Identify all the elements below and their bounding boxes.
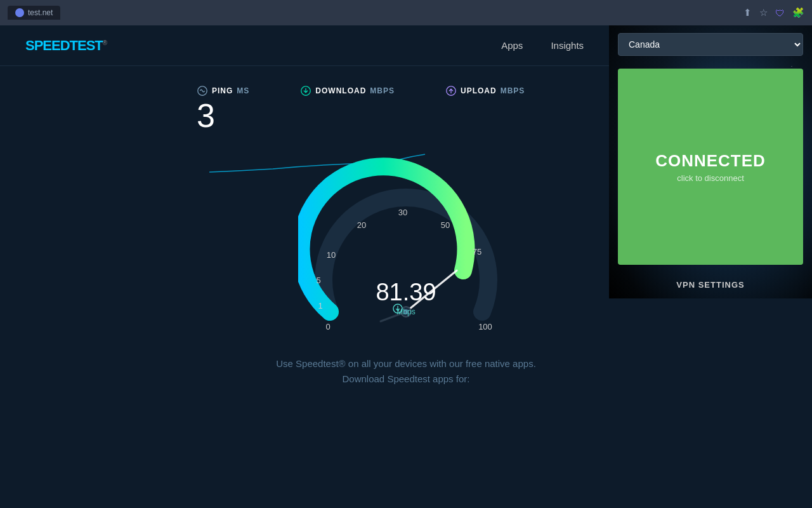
svg-text:20: 20	[357, 220, 366, 230]
upload-stat: UPLOAD Mbps	[445, 85, 525, 134]
download-label: DOWNLOAD Mbps	[300, 85, 395, 97]
shield-icon[interactable]: 🛡	[775, 8, 785, 18]
stats-row: PING ms 3 DOWNLOAD Mbps	[184, 85, 628, 134]
svg-text:1: 1	[318, 301, 322, 311]
share-icon[interactable]: ⬆	[743, 7, 752, 18]
vpn-connected-button[interactable]: CONNECTED click to disconnect	[618, 69, 803, 265]
svg-text:81.39: 81.39	[376, 279, 436, 305]
upload-label: UPLOAD Mbps	[445, 85, 525, 97]
gauge-svg: 0 1 5 10 20 30 50 75 100	[298, 153, 514, 344]
site-logo: SPEEDTEST®	[25, 37, 107, 54]
ping-label: PING ms	[197, 85, 249, 97]
page: SPEEDTEST® Apps Insights Network Develop…	[0, 25, 812, 505]
download-stat: DOWNLOAD Mbps	[300, 85, 395, 134]
svg-text:0: 0	[325, 322, 330, 331]
svg-text:100: 100	[478, 322, 492, 331]
extension-icon[interactable]: 🧩	[792, 7, 804, 18]
ping-icon	[197, 85, 208, 97]
vpn-panel: Canada United States United Kingdom Germ…	[609, 25, 812, 298]
nav-insights[interactable]: Insights	[537, 25, 598, 66]
tab-title: test.net	[28, 8, 53, 17]
svg-text:Mbps: Mbps	[396, 307, 415, 316]
download-label-unit: Mbps	[370, 86, 395, 95]
vpn-content: Canada United States United Kingdom Germ…	[609, 25, 812, 298]
svg-text:30: 30	[398, 208, 407, 217]
tab-favicon	[15, 8, 24, 17]
footer-line1: Use Speedtest® on all your devices with …	[276, 356, 536, 371]
speedometer: 0 1 5 10 20 30 50 75 100	[298, 153, 514, 344]
upload-label-unit: Mbps	[501, 86, 525, 95]
bookmark-icon[interactable]: ☆	[759, 7, 768, 18]
browser-action-bar: ⬆ ☆ 🛡 🧩	[743, 7, 804, 18]
footer-line2: Download Speedtest apps for:	[276, 371, 536, 387]
svg-text:5: 5	[316, 276, 320, 285]
vpn-disconnect-label: click to disconnect	[677, 173, 744, 183]
svg-text:50: 50	[441, 220, 450, 230]
nav-apps[interactable]: Apps	[487, 25, 537, 66]
country-select[interactable]: Canada United States United Kingdom Germ…	[618, 33, 803, 56]
vpn-connected-label: CONNECTED	[655, 151, 766, 171]
vpn-country-dropdown[interactable]: Canada United States United Kingdom Germ…	[618, 33, 803, 56]
svg-text:75: 75	[473, 247, 481, 257]
vpn-settings-button[interactable]: VPN SETTINGS	[609, 271, 812, 298]
download-icon	[300, 85, 311, 97]
ping-stat: PING ms 3	[197, 85, 249, 134]
ping-value: 3	[197, 98, 215, 134]
ping-label-bold: PING	[212, 86, 233, 95]
browser-tab[interactable]: test.net	[8, 6, 60, 20]
browser-chrome: test.net ⬆ ☆ 🛡 🧩	[0, 0, 812, 25]
download-label-bold: DOWNLOAD	[315, 86, 366, 95]
upload-icon	[445, 85, 457, 97]
ping-label-unit: ms	[237, 86, 249, 95]
footer-text: Use Speedtest® on all your devices with …	[276, 356, 536, 387]
upload-label-bold: UPLOAD	[461, 86, 497, 95]
svg-text:10: 10	[327, 250, 336, 260]
